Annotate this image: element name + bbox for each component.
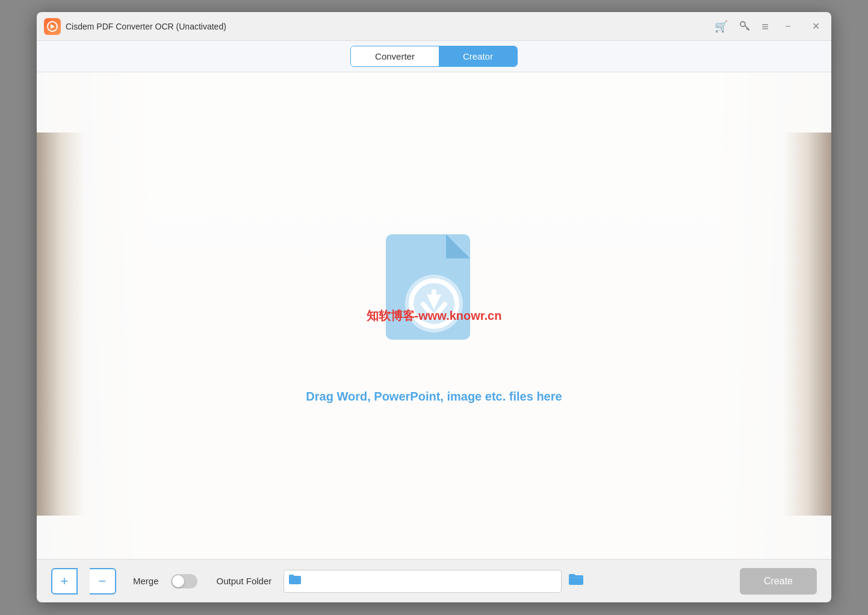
output-folder-input-wrap	[284, 570, 584, 593]
merge-toggle[interactable]	[171, 574, 197, 588]
footer-toolbar: + − Merge Output Folder	[37, 559, 831, 602]
toggle-knob	[172, 575, 184, 587]
drop-hint-text: Drag Word, PowerPoint, image etc. files …	[306, 390, 562, 404]
remove-file-button[interactable]: −	[90, 568, 116, 595]
titlebar-actions: 🛒 ≡ − ✕	[715, 18, 824, 35]
main-content: 知软博客-www.knowr.cn Drag Word, PowerPoint,…	[37, 72, 831, 559]
titlebar: Cisdem PDF Converter OCR (Unactivated) 🛒…	[37, 12, 831, 41]
drop-zone[interactable]: 知软博客-www.knowr.cn Drag Word, PowerPoint,…	[306, 228, 562, 404]
pillar-left-decoration	[37, 133, 85, 516]
add-file-button[interactable]: +	[51, 568, 78, 595]
output-folder-label: Output Folder	[217, 576, 272, 586]
close-button[interactable]: ✕	[807, 18, 824, 35]
file-drop-icon	[374, 228, 494, 373]
menu-icon[interactable]: ≡	[761, 20, 769, 33]
app-title: Cisdem PDF Converter OCR (Unactivated)	[66, 22, 715, 31]
create-button[interactable]: Create	[740, 568, 817, 595]
merge-label: Merge	[133, 576, 159, 586]
cart-icon[interactable]: 🛒	[715, 21, 728, 32]
pillar-right-decoration	[783, 133, 831, 516]
browse-folder-button[interactable]	[568, 572, 584, 590]
app-logo	[44, 18, 61, 35]
key-icon[interactable]	[739, 19, 751, 33]
minimize-button[interactable]: −	[780, 18, 796, 35]
tabbar: Converter Creator	[37, 41, 831, 72]
tab-group: Converter Creator	[350, 46, 518, 67]
tab-converter[interactable]: Converter	[351, 46, 439, 66]
tab-creator[interactable]: Creator	[439, 46, 517, 66]
output-folder-field[interactable]	[284, 570, 562, 593]
output-input-icon-wrap	[284, 570, 562, 593]
